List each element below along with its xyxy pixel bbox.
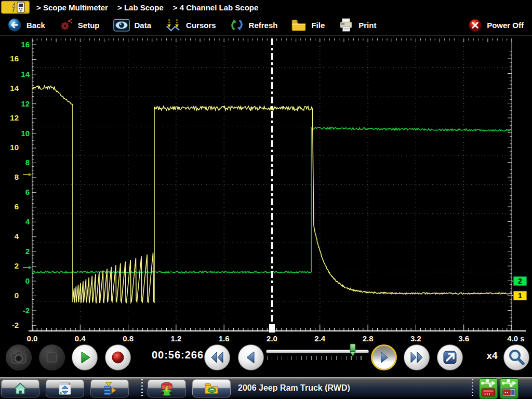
trigger-marker-ch1 [23,173,32,177]
gear-icon [59,18,73,32]
file-label: File [311,21,325,30]
x-tick-label: 2.0 [267,334,277,343]
play-button[interactable] [72,344,98,370]
breadcrumb-item: > 4 Channel Lab Scope [173,3,259,12]
data-menu-icon [102,381,117,396]
power-off-label: Power Off [487,21,524,30]
file-button[interactable]: File [291,19,325,32]
breadcrumb-item: > Scope Multimeter [36,3,108,12]
y-tick-label-ch1: 12 [10,113,19,122]
x-tick-label: 3.2 [410,334,421,343]
data-button[interactable]: Data [113,19,152,32]
scanner-app-icon [1,1,30,14]
cursors-button[interactable]: Cursors [165,18,216,33]
usb-icon [479,378,498,399]
usb-icon [500,378,518,399]
x-tick-label: 2.8 [363,334,374,343]
taskbar-separator [141,379,143,398]
home-button[interactable] [1,379,39,397]
y-tick-label-ch2: 6 [25,188,30,196]
breadcrumb: > Scope Multimeter > Lab Scope > 4 Chann… [36,3,268,12]
usb-device-2[interactable] [500,378,518,399]
scope-plot[interactable]: 0.00.40.81.21.62.02.42.83.23.64.0 s16141… [0,36,532,343]
y-tick-label-ch1: 2 [15,261,19,270]
refresh-button[interactable]: Refresh [230,18,278,32]
taskbar-separator [472,379,473,398]
y-tick-label-ch2: 16 [21,40,30,49]
x-tick-label: 1.6 [219,334,230,343]
skip-back-button[interactable] [204,344,230,370]
folder-icon [291,19,307,32]
step-back-button[interactable] [238,344,264,370]
trigger-marker-ch2 [23,266,32,270]
titlebar: > Scope Multimeter > Lab Scope > 4 Chann… [0,0,532,15]
vehicle-icon [159,381,175,396]
right-arrow-icon [373,346,395,369]
svg-text:1: 1 [518,291,522,300]
data-label: Data [135,21,152,30]
vehicle-folder-icon [204,381,219,396]
printer-icon [338,18,354,32]
y-tick-label-ch1: 0 [15,291,19,300]
scanner-button[interactable] [46,379,84,397]
left-arrow-icon [238,345,263,370]
active-vehicle-record-button[interactable] [192,379,231,397]
cursors-label: Cursors [186,21,216,30]
record-button[interactable] [105,344,131,370]
playback-timestamp: 00:56:266 [147,349,208,361]
x-tick-label: 0.8 [123,334,134,343]
x-tick-label: 3.6 [458,334,469,343]
y-tick-label-ch2: 4 [25,217,30,226]
svg-text:2: 2 [518,277,522,285]
snapshot-button[interactable] [6,344,32,370]
magnifier-icon [504,345,529,370]
y-tick-label-ch2: 2 [25,247,30,256]
y-tick-label-ch1: 14 [10,84,19,92]
exit-review-icon [437,345,462,370]
review-button[interactable] [437,344,463,370]
zoom-button[interactable] [503,344,529,370]
y-tick-label-ch1: -2 [12,321,19,329]
step-forward-button[interactable] [371,344,397,370]
taskbar: 2006 Jeep Ram Truck (RWD) [0,377,532,399]
back-icon [7,18,22,32]
zoom-factor-label: x4 [481,350,503,362]
camera-icon [6,345,31,370]
print-button[interactable]: Print [338,18,376,32]
skip-forward-button[interactable] [404,344,430,370]
double-right-arrow-icon [404,345,429,370]
x-tick-label: 2.4 [314,334,326,343]
x-tick-label: 0.4 [75,334,86,343]
usb-device-1[interactable] [479,378,498,399]
power-off-icon [468,18,482,32]
cursor-line [269,38,275,332]
eye-icon [113,19,130,32]
y-tick-label-ch1: 8 [15,172,19,181]
back-button[interactable]: Back [7,18,45,32]
data-manager-button[interactable] [90,379,129,397]
slider-thumb[interactable] [349,343,357,357]
y-tick-label-ch2: 8 [25,158,30,167]
active-vehicle-label: 2006 Jeep Ram Truck (RWD) [238,383,350,393]
y-tick-label-ch2: 10 [21,129,30,138]
y-tick-label-ch1: 6 [15,202,19,211]
refresh-label: Refresh [249,21,278,30]
setup-button[interactable]: Setup [59,18,100,32]
stop-icon [39,345,64,370]
channel-flag-2[interactable]: 2 [512,276,527,286]
y-tick-label-ch1: 16 [10,54,19,63]
channel-flag-1[interactable]: 1 [512,291,527,300]
y-tick-label-ch2: 14 [21,70,30,78]
stop-button[interactable] [39,344,65,370]
record-icon [105,345,130,370]
power-off-button[interactable]: Power Off [468,18,524,32]
double-left-arrow-icon [205,345,230,370]
vehicle-id-button[interactable] [148,379,186,397]
y-tick-label-ch2: -2 [23,306,30,315]
app-window: > Scope Multimeter > Lab Scope > 4 Chann… [0,0,532,399]
refresh-icon [230,18,244,32]
x-tick-label: 0.0 [27,334,38,343]
y-tick-label-ch1: 4 [15,232,19,241]
print-label: Print [358,21,376,30]
y-tick-label-ch2: 0 [25,276,30,285]
